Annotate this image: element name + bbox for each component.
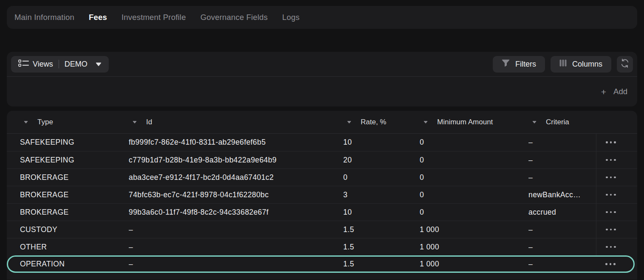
cell-rate: 0 bbox=[343, 173, 420, 182]
tab-investment-profile[interactable]: Investment Profile bbox=[121, 13, 186, 22]
cell-criteria: – bbox=[528, 260, 596, 269]
cell-id: 99b3a6c0-11f7-49f8-8c2c-94c33682e67f bbox=[129, 208, 343, 217]
column-header-criteria[interactable]: Criteria bbox=[528, 118, 596, 126]
row-actions-button[interactable] bbox=[604, 157, 618, 164]
column-header-actions bbox=[596, 111, 637, 133]
column-header-id[interactable]: Id bbox=[129, 118, 343, 126]
cell-minimum-amount: 0 bbox=[420, 208, 528, 217]
cell-actions bbox=[596, 186, 637, 203]
add-label: Add bbox=[613, 87, 627, 96]
table-row[interactable]: SAFEKEEPING fb999fc7-862e-41f0-8311-ab29… bbox=[7, 134, 637, 151]
column-menu-icon bbox=[24, 121, 28, 123]
tab-bar: Main Information Fees Investment Profile… bbox=[7, 6, 637, 29]
filter-funnel-icon bbox=[502, 59, 510, 69]
filters-button[interactable]: Filters bbox=[493, 56, 545, 73]
columns-label: Columns bbox=[572, 60, 602, 69]
views-dropdown[interactable]: Views DEMO bbox=[11, 56, 109, 73]
tab-governance-fields[interactable]: Governance Fields bbox=[201, 13, 268, 22]
ellipsis-icon bbox=[606, 194, 608, 196]
ellipsis-icon bbox=[610, 211, 612, 213]
column-menu-icon bbox=[133, 121, 137, 123]
column-menu-icon bbox=[347, 121, 351, 123]
cell-rate: 1.5 bbox=[343, 225, 420, 234]
cell-rate: 20 bbox=[343, 156, 420, 165]
cell-minimum-amount: 0 bbox=[420, 138, 528, 147]
cell-type: SAFEKEEPING bbox=[20, 156, 129, 165]
cell-criteria: – bbox=[528, 243, 596, 252]
row-actions-button[interactable] bbox=[604, 226, 618, 233]
cell-id: – bbox=[129, 243, 343, 252]
table-row[interactable]: SAFEKEEPING c779b1d7-b28b-41e9-8a3b-bb42… bbox=[7, 151, 637, 168]
table-row[interactable]: BROKERAGE 74bfc63b-ec7c-421f-8978-04c1f6… bbox=[7, 186, 637, 203]
ellipsis-icon bbox=[606, 246, 608, 248]
cell-rate: 10 bbox=[343, 138, 420, 147]
table-row[interactable]: BROKERAGE aba3cee7-e912-4f17-bc2d-0d4aa6… bbox=[7, 168, 637, 186]
views-current-view: DEMO bbox=[65, 60, 88, 69]
cell-actions bbox=[596, 221, 637, 238]
cell-criteria: – bbox=[528, 173, 596, 182]
column-header-type[interactable]: Type bbox=[20, 118, 129, 126]
ellipsis-icon bbox=[614, 159, 616, 161]
column-menu-icon bbox=[532, 121, 537, 123]
ellipsis-icon bbox=[610, 263, 612, 265]
cell-type: OPERATION bbox=[20, 260, 129, 269]
cell-rate: 3 bbox=[343, 190, 420, 199]
ellipsis-icon bbox=[614, 141, 616, 143]
cell-type: OTHER bbox=[20, 243, 129, 252]
tab-logs[interactable]: Logs bbox=[282, 13, 299, 22]
ellipsis-icon bbox=[613, 263, 616, 265]
add-row: + Add bbox=[7, 77, 637, 106]
cell-type: BROKERAGE bbox=[20, 190, 129, 199]
views-divider bbox=[59, 60, 59, 68]
column-header-minimum-amount[interactable]: Minimum Amount bbox=[420, 118, 528, 126]
table-row[interactable]: CUSTODY – 1.5 1 000 – bbox=[7, 221, 637, 238]
row-actions-button[interactable] bbox=[604, 260, 617, 268]
row-actions-button[interactable] bbox=[604, 191, 618, 199]
cell-actions bbox=[596, 238, 637, 255]
toolbar-panel: Views DEMO Filters bbox=[7, 52, 637, 106]
columns-button[interactable]: Columns bbox=[551, 56, 611, 73]
cell-criteria: accrued bbox=[528, 208, 596, 217]
column-label: Criteria bbox=[546, 118, 569, 126]
cell-type: BROKERAGE bbox=[20, 208, 129, 217]
ellipsis-icon bbox=[610, 229, 612, 231]
cell-id: aba3cee7-e912-4f17-bc2d-0d4aa67401c2 bbox=[129, 173, 343, 182]
cell-type: BROKERAGE bbox=[20, 173, 129, 182]
cell-rate: 1.5 bbox=[343, 260, 420, 269]
column-menu-icon bbox=[424, 121, 428, 123]
cell-id: – bbox=[129, 260, 343, 269]
cell-type: CUSTODY bbox=[20, 225, 129, 234]
cell-minimum-amount: 1 000 bbox=[420, 260, 528, 269]
ellipsis-icon bbox=[610, 159, 612, 161]
tab-fees[interactable]: Fees bbox=[89, 13, 107, 22]
row-actions-button[interactable] bbox=[604, 209, 618, 216]
row-actions-button[interactable] bbox=[604, 174, 618, 181]
ellipsis-icon bbox=[606, 176, 608, 179]
tab-main-information[interactable]: Main Information bbox=[14, 13, 74, 22]
ellipsis-icon bbox=[610, 176, 612, 179]
cell-id: – bbox=[129, 225, 343, 234]
cell-minimum-amount: 1 000 bbox=[420, 225, 528, 234]
toolbar-actions: Filters Columns bbox=[493, 56, 633, 73]
row-actions-button[interactable] bbox=[604, 139, 618, 146]
ellipsis-icon bbox=[610, 246, 612, 248]
table-row[interactable]: OPERATION – 1.5 1 000 – bbox=[7, 255, 635, 273]
cell-actions bbox=[596, 134, 637, 151]
refresh-button[interactable] bbox=[617, 56, 633, 73]
ellipsis-icon bbox=[614, 176, 616, 179]
page: Main Information Fees Investment Profile… bbox=[0, 0, 644, 280]
ellipsis-icon bbox=[614, 229, 616, 231]
cell-minimum-amount: 0 bbox=[420, 173, 528, 182]
cell-actions bbox=[596, 204, 637, 221]
row-actions-button[interactable] bbox=[604, 244, 618, 251]
cell-criteria: – bbox=[528, 225, 596, 234]
columns-icon bbox=[559, 59, 567, 69]
table-row[interactable]: BROKERAGE 99b3a6c0-11f7-49f8-8c2c-94c336… bbox=[7, 203, 637, 221]
column-label: Type bbox=[37, 118, 53, 126]
table-row[interactable]: OTHER – 1.5 1 000 – bbox=[7, 238, 637, 255]
views-label: Views bbox=[33, 60, 53, 69]
column-label: Rate, % bbox=[361, 118, 386, 126]
add-button[interactable]: + Add bbox=[601, 87, 627, 96]
column-header-rate[interactable]: Rate, % bbox=[343, 118, 420, 126]
ellipsis-icon bbox=[606, 141, 608, 143]
